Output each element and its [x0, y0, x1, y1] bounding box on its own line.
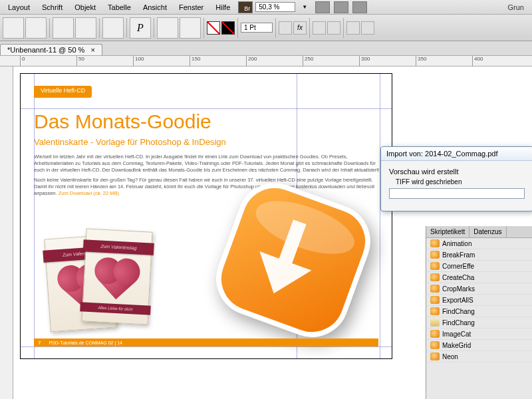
text-wrap-icon[interactable]: [180, 17, 201, 39]
close-tab-icon[interactable]: ×: [90, 46, 94, 54]
stroke-swatch[interactable]: [221, 21, 235, 35]
dialog-title: Import von: 2014-02_Commag.pdf: [381, 147, 532, 161]
crop-icon[interactable]: [346, 21, 360, 35]
script-icon: [430, 330, 440, 338]
control-toolbar: P 1 Pt fx: [0, 15, 532, 41]
screen-mode-icon[interactable]: [334, 1, 348, 13]
scale-field[interactable]: [53, 17, 74, 39]
page[interactable]: Virtuelle Heft-CD Das Monats-Goodie Vale…: [20, 73, 392, 359]
import-dialog: Import von: 2014-02_Commag.pdf Vorschau …: [380, 146, 532, 211]
list-item[interactable]: FindChang: [426, 317, 532, 329]
bridge-icon[interactable]: Br: [238, 1, 253, 13]
menu-schrift[interactable]: Schrift: [37, 2, 68, 13]
menu-objekt[interactable]: Objekt: [69, 2, 101, 13]
list-item[interactable]: ImageCat: [426, 329, 532, 340]
heart-icon: [98, 262, 135, 299]
scripts-panel: Skriptetikett Datenzus Animation BreakFr…: [426, 226, 532, 399]
script-icon: [430, 262, 440, 270]
menu-ansicht[interactable]: Ansicht: [138, 2, 172, 13]
fill-swatch[interactable]: [207, 21, 220, 35]
xy-field[interactable]: [3, 17, 24, 39]
fx-icon[interactable]: fx: [293, 21, 307, 35]
flip-h-icon[interactable]: [102, 17, 124, 39]
char-format-icon[interactable]: P: [130, 17, 151, 39]
script-icon: [430, 307, 440, 315]
arrange-icon[interactable]: [352, 1, 367, 13]
ruler-vertical: [0, 66, 13, 399]
list-item[interactable]: CropMarks: [426, 283, 532, 295]
list-item[interactable]: CornerEffe: [426, 261, 532, 272]
workspace-label[interactable]: Grun: [503, 2, 529, 13]
tab-skriptetikett[interactable]: Skriptetikett: [426, 226, 469, 237]
align-icon[interactable]: [157, 17, 178, 39]
script-icon: [430, 296, 440, 304]
dialog-status-main: Vorschau wird erstellt: [389, 168, 525, 176]
list-item[interactable]: BreakFram: [426, 249, 532, 261]
menu-fenster[interactable]: Fenster: [174, 2, 209, 13]
fit-frame-icon[interactable]: [327, 21, 340, 35]
list-item[interactable]: ExportAllS: [426, 295, 532, 306]
doc-tab[interactable]: *Unbenannt-11 @ 50 % ×: [0, 44, 102, 55]
list-item[interactable]: MakeGrid: [426, 340, 532, 351]
page-header-tag: Virtuelle Heft-CD: [34, 86, 92, 98]
valentine-cards: Zum Valentin… Zum Valentinstag Alles Lie…: [47, 230, 167, 336]
rotate-field[interactable]: [75, 17, 96, 39]
page-title: Das Monats-Goodie: [34, 110, 211, 133]
stroke-weight-field[interactable]: 1 Pt: [241, 23, 273, 33]
effects-icon[interactable]: [279, 21, 292, 35]
list-item[interactable]: Animation: [426, 238, 532, 249]
menu-hilfe[interactable]: Hilfe: [210, 2, 235, 13]
text-frame-icon[interactable]: [313, 21, 326, 35]
script-list[interactable]: Animation BreakFram CornerEffe CreateCha…: [426, 238, 532, 362]
dialog-status-sub: TIFF wird geschrieben: [396, 178, 525, 186]
menu-bar: Layout Schrift Objekt Tabelle Ansicht Fe…: [0, 0, 532, 15]
object-icon[interactable]: [361, 21, 374, 35]
script-icon: [430, 285, 440, 293]
svg-rect-0: [209, 176, 377, 344]
view-mode-icon[interactable]: [315, 1, 330, 13]
list-item[interactable]: CreateCha: [426, 272, 532, 283]
script-icon: [430, 239, 440, 247]
tab-datenzus[interactable]: Datenzus: [469, 226, 506, 237]
zoom-field[interactable]: 50,3 %: [255, 2, 295, 12]
progress-bar: [389, 188, 525, 199]
list-item[interactable]: Neon: [426, 351, 532, 362]
page-subtitle: Valentinskarte - Vorlage für Photoshop &…: [34, 137, 226, 147]
script-icon: [430, 341, 440, 349]
script-icon: [430, 251, 440, 259]
svg-point-1: [249, 190, 361, 265]
download-link: Zum Download (ca. 22 MB): [59, 190, 119, 196]
folder-icon: [430, 319, 440, 327]
script-icon: [430, 273, 440, 281]
list-item[interactable]: FindChang: [426, 306, 532, 317]
menu-layout[interactable]: Layout: [3, 2, 35, 13]
document-tabs: *Unbenannt-11 @ 50 % ×: [0, 41, 532, 56]
page-footer: 7 PSD-Tutorials.de COMMAG 02 | 14: [34, 338, 378, 346]
menu-tabelle[interactable]: Tabelle: [102, 2, 136, 13]
wh-field[interactable]: [25, 17, 47, 39]
ruler-horizontal: 0 50 100 150 200 250 300 350 400: [0, 56, 532, 66]
page-body: Wie/seit im letzten Jahr mit der virtuel…: [34, 154, 380, 201]
script-icon: [430, 352, 440, 360]
